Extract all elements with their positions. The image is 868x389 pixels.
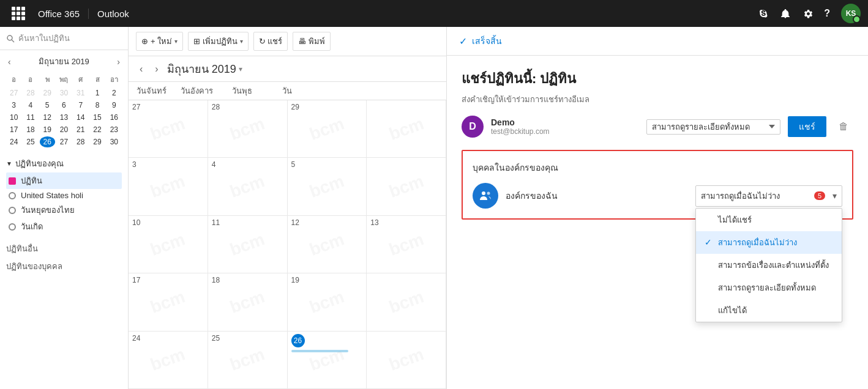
calendar-item-thai[interactable]: วันหยุดของไทย (6, 202, 122, 218)
cal-cell[interactable]: 25bcm (208, 332, 288, 389)
group-select-value: สามารถดูเมื่อฉันไม่ว่าง (696, 186, 814, 206)
cal-cell[interactable]: 28bcm (208, 100, 288, 158)
svg-point-0 (7, 35, 12, 40)
new-button[interactable]: ⊕+ ใหม่ ▾ (136, 32, 183, 51)
dropdown-option-1[interactable]: ไม่ได้แชร์ (696, 209, 842, 231)
done-label: เสร็จสิ้น (472, 34, 502, 48)
dropdown-option-4[interactable]: สามารถดูรายละเอียดทั้งหมด (696, 276, 842, 299)
add-calendar-button[interactable]: ⊞ เพิ่มปฏิทิน ▾ (188, 32, 249, 51)
check-icon (705, 260, 714, 270)
person-info: Demo test@bckitup.com (491, 117, 639, 136)
share-button[interactable]: ↻ แชร์ (253, 32, 288, 51)
day-header-thu: วัน (264, 82, 310, 100)
cal-cell[interactable]: 3bcm (129, 158, 208, 215)
check-icon (705, 215, 714, 224)
share-row: D Demo test@bckitup.com ไม่ได้แชร์ สามาร… (462, 116, 853, 138)
group-avatar (473, 183, 498, 209)
share-button[interactable]: แชร์ (788, 116, 826, 137)
person-avatar: D (462, 116, 484, 138)
dropdown-option-5[interactable]: แก้ไขได้ (696, 299, 842, 322)
svg-point-3 (487, 192, 490, 195)
skype-icon[interactable] (758, 8, 769, 19)
calendar-item-label: ปฏิทิน (21, 174, 42, 187)
cal-month-title[interactable]: มิถุนายน 2019 ▾ (167, 60, 242, 78)
cal-cell[interactable]: 18bcm (208, 273, 288, 331)
mini-cal-next[interactable]: › (114, 56, 123, 68)
bell-icon[interactable] (780, 8, 791, 19)
cal-color-dot (9, 207, 16, 214)
day-header-mon: วันจันทร์ (129, 82, 174, 100)
calendar-item-label: United States holi (21, 191, 83, 200)
check-icon: ✓ (705, 237, 714, 247)
people-calendars-label: ปฏิทินของบุคคล (0, 256, 128, 274)
user-avatar[interactable]: KS (841, 4, 861, 23)
mini-cal-title: มิถุนายน 2019 (39, 55, 89, 68)
cal-cell[interactable]: 10bcm (129, 216, 208, 273)
cal-cell[interactable]: 4bcm (208, 158, 288, 215)
cal-prev[interactable]: ‹ (136, 62, 146, 76)
cal-week-2: 3bcm 4bcm 5bcm bcm (129, 158, 446, 215)
cal-month-chevron: ▾ (239, 65, 242, 73)
cal-next[interactable]: › (151, 62, 162, 76)
cal-cell[interactable]: 24bcm (129, 332, 208, 389)
mini-cal-prev[interactable]: ‹ (5, 56, 14, 68)
group-section: บุคคลในองค์กรของคุณ องค์กรของฉัน (462, 150, 853, 220)
check-icon (705, 283, 714, 292)
dropdown-option-2[interactable]: ✓ สามารถดูเมื่อฉันไม่ว่าง (696, 231, 842, 254)
group-name: องค์กรของฉัน (506, 189, 688, 202)
cal-cell[interactable]: bcm (367, 273, 446, 331)
cal-cell[interactable]: 12bcm (288, 216, 367, 273)
cal-cell-today[interactable]: 26 bcm (288, 332, 367, 389)
cal-cell[interactable]: bcm (367, 158, 446, 215)
cal-cell[interactable]: bcm (367, 332, 446, 389)
calendar-item-us[interactable]: United States holi (6, 189, 122, 202)
group-permission-dropdown[interactable]: สามารถดูเมื่อฉันไม่ว่าง 5 ▾ ไม่ได้แชร์ (695, 185, 842, 207)
dropdown-badge: 5 (814, 191, 825, 200)
search-placeholder: ค้นหาในปฏิทิน (18, 32, 70, 45)
svg-line-1 (12, 40, 14, 42)
cal-cell[interactable]: 5bcm (288, 158, 367, 215)
delete-button[interactable]: 🗑 (834, 119, 853, 135)
help-icon[interactable]: ? (824, 8, 830, 19)
panel-top: ✓ เสร็จสิ้น (447, 27, 868, 56)
group-title: บุคคลในองค์กรของคุณ (473, 161, 842, 174)
cal-header-row: ‹ › มิถุนายน 2019 ▾ (129, 56, 446, 82)
app-name: Office 365 (29, 9, 89, 19)
settings-icon[interactable] (802, 8, 813, 19)
cal-week-4: 17bcm 18bcm 19bcm bcm (129, 273, 446, 331)
dropdown-arrow-icon[interactable]: ▾ (828, 187, 842, 204)
cal-cell[interactable]: bcm (367, 100, 446, 158)
cal-cell[interactable]: 17bcm (129, 273, 208, 331)
permission-select[interactable]: ไม่ได้แชร์ สามารถดูเมื่อฉันไม่ว่าง สามาร… (646, 119, 780, 135)
waffle-menu[interactable] (7, 0, 29, 27)
cal-cell[interactable]: 19bcm (288, 273, 367, 331)
dropdown-option-3[interactable]: สามารถข้อเรื่องและตำแหน่งที่ตั้ง (696, 254, 842, 276)
calendar-item-birthday[interactable]: วันเกิด (6, 218, 122, 235)
cal-cell[interactable]: 13bcm (367, 216, 446, 273)
product-name: Outlook (89, 9, 138, 19)
calendar-item-main[interactable]: ปฏิทิน (6, 172, 122, 189)
top-nav: Office 365 Outlook ? KS (0, 0, 868, 27)
my-calendars-label: ปฏิทินของคุณ (15, 157, 64, 170)
my-calendars-header[interactable]: ▼ ปฏิทินของคุณ (6, 157, 122, 170)
cal-toolbar: ⊕+ ใหม่ ▾ ⊞ เพิ่มปฏิทิน ▾ ↻ แชร์ 🖶 พิมพ์ (129, 27, 446, 56)
person-name: Demo (491, 117, 639, 127)
cal-color-dot (9, 177, 16, 185)
cal-color-dot (9, 223, 16, 231)
cal-week-5: 24bcm 25bcm 26 bcm bcm (129, 332, 446, 389)
calendar-item-label: วันเกิด (21, 220, 43, 233)
cal-cell[interactable]: 29bcm (288, 100, 367, 158)
svg-point-2 (482, 191, 485, 195)
search-bar[interactable]: ค้นหาในปฏิทิน (0, 27, 128, 50)
dropdown-menu: ไม่ได้แชร์ ✓ สามารถดูเมื่อฉันไม่ว่าง สาม… (695, 208, 842, 322)
cal-cell[interactable]: 11bcm (208, 216, 288, 273)
panel-title: แชร์ปฏิทินนี้: ปฏิทิน (462, 68, 853, 89)
panel-content: แชร์ปฏิทินนี้: ปฏิทิน ส่งคำเชิญให้เข้าร่… (447, 56, 868, 232)
mini-calendar: ‹ มิถุนายน 2019 › อ อ พ พฤ ศ ส อา 27 28 … (0, 50, 128, 154)
cal-cell[interactable]: 27bcm (129, 100, 208, 158)
cal-week-3: 10bcm 11bcm 12bcm 13bcm (129, 216, 446, 273)
print-button[interactable]: 🖶 พิมพ์ (293, 32, 331, 51)
group-row: องค์กรของฉัน สามารถดูเมื่อฉันไม่ว่าง 5 ▾ (473, 183, 842, 209)
group-select-wrapper[interactable]: สามารถดูเมื่อฉันไม่ว่าง 5 ▾ (695, 185, 842, 207)
mini-cal-grid: อ อ พ พฤ ศ ส อา 27 28 29 30 31 1 2 (5, 72, 123, 149)
